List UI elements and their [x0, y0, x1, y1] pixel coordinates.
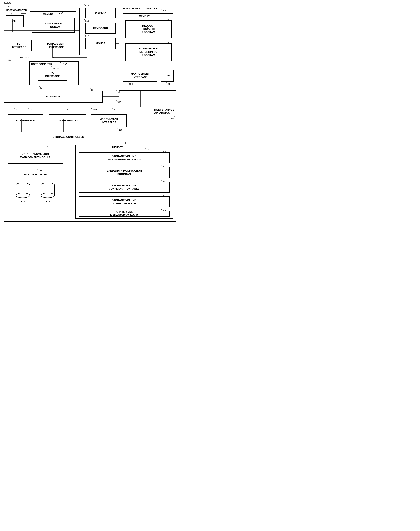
app-ref-arrow: ↗	[68, 15, 70, 18]
ref-30-2: 30	[40, 87, 42, 89]
data-transmission-label: DATA TRANSMISSIONMANAGEMENT MODULE	[20, 152, 51, 159]
ref-90-ds-arrow: ↗	[112, 107, 114, 109]
ref-123-arrow: ↗	[161, 164, 163, 167]
cpu-mgmt-box: CPU	[161, 70, 174, 82]
memory-mgmt-label: MEMORY	[139, 15, 150, 18]
ref-20-arrow: ↗	[90, 88, 91, 90]
mouse-box: MOUSE	[85, 38, 116, 49]
fc-interface-ds-box: FC INTERFACE	[8, 114, 43, 127]
fc-determining-box: FC INTERFACEDETERMININGPROGRAM	[125, 43, 172, 61]
cpu-1-box: CPU	[6, 15, 24, 27]
cache-memory-label: CACHE MEMORY	[57, 119, 78, 122]
management-interface-mgmt-box: MANAGEMENTINTERFACE	[123, 70, 157, 82]
ref-120-arrow: ↗	[145, 147, 146, 150]
ref-190: 190	[93, 108, 97, 111]
cache-memory-box: CACHE MEMORY	[48, 114, 86, 127]
data-storage-outer: DATA STORAGEAPPARATUS 100 ↗ 30 ↗ 150 ↗ 1…	[3, 107, 176, 222]
cylinder-2: 134	[39, 182, 57, 203]
ref-513: 513	[85, 20, 89, 22]
application-program-box: APPLICATIONPROGRAM	[32, 18, 75, 33]
ref-150: 150	[30, 108, 33, 111]
ref-90-1: 90	[118, 91, 120, 93]
host-computer-2-label: HOST COMPUTER	[31, 63, 52, 66]
ref-517: 517	[85, 35, 89, 37]
ref-590-arrow: ↗	[128, 81, 129, 84]
memory-1-label: MEMORY	[43, 13, 54, 15]
request-issuance-label: REQUESTISSUANCEPROGRAM	[142, 24, 155, 34]
ref-513-arrow: ↗	[84, 18, 85, 21]
storage-volume-mgmt-label: STORAGE VOLUMEMANAGEMENT PROGRAM	[108, 155, 141, 161]
ref-122-arrow: ↗	[161, 179, 163, 181]
ref-150-arrow: ↗	[28, 107, 30, 109]
ref-520: 520	[163, 10, 166, 12]
ref-100-arrow: ↗	[173, 116, 175, 118]
ref-160-arrow: ↗	[63, 107, 65, 109]
cylinder-1: 132	[14, 182, 32, 203]
memory-ds-outer: MEMORY 120 ↗ STORAGE VOLUMEMANAGEMENT PR…	[75, 145, 173, 219]
ref-515-arrow: ↗	[84, 3, 85, 6]
memory-1-outer: MEMORY 320 ↗ APPLICATIONPROGRAM 321 ↗	[30, 12, 76, 35]
fc-switch-box: FC SWITCH	[3, 91, 103, 103]
management-interface-mgmt-label: MANAGEMENTINTERFACE	[131, 72, 150, 79]
cpu-mgmt-label: CPU	[165, 74, 170, 77]
ref-521-arrow: ↗	[164, 17, 165, 20]
management-interface-ds-box: MANAGEMENTINTERFACE	[91, 114, 127, 127]
ref-122: 122	[163, 180, 166, 183]
storage-controller-label: STORAGE CONTROLLER	[53, 135, 84, 139]
ref-350-352: 350(352)	[52, 67, 61, 70]
cpu-1-label: CPU	[12, 20, 17, 23]
request-issuance-box: REQUESTISSUANCEPROGRAM	[125, 20, 172, 38]
host-computer-2-outer: HOST COMPUTER 300(302) ↗ FCINTERFACE 350…	[29, 61, 79, 85]
ref-126: 126	[163, 209, 166, 212]
ref-517-arrow: ↗	[84, 33, 85, 36]
ref-521: 521	[166, 19, 169, 21]
ref-500-arrow: ↗	[115, 100, 117, 102]
bandwidth-modification-box: BANDWIDTH MODIFICATIONPROGRAM	[79, 167, 170, 178]
storage-volume-mgmt-box: STORAGE VOLUMEMANAGEMENT PROGRAM	[79, 152, 170, 163]
hard-disk-drive-label: HARD DISK DRIVE	[24, 173, 47, 177]
ref-110: 110	[119, 129, 122, 131]
management-interface-ds-label: MANAGEMENTINTERFACE	[100, 118, 119, 124]
hdd1-ref: 132	[14, 200, 32, 203]
ref-30-2-arrow: ↗	[38, 85, 40, 88]
ref-523: 523	[166, 42, 169, 44]
display-box: DISPLAY	[85, 8, 116, 18]
cpu-1-ref-arrow: ↗	[11, 12, 13, 15]
ref-30-ds-arrow: ↗	[14, 107, 16, 109]
ref-523-arrow: ↗	[164, 40, 165, 43]
fc-switch-label: FC SWITCH	[46, 95, 60, 98]
ref-123: 123	[163, 165, 166, 168]
diagram: 300(301) ↗ HOST COMPUTER CPU 310 ↗ MEMOR…	[0, 0, 178, 226]
ref-30-1: 30	[8, 59, 11, 61]
ref-510-arrow: ↗	[165, 81, 167, 84]
ref-121: 121	[163, 151, 166, 153]
ref-160: 160	[65, 108, 69, 111]
fc-determining-label: FC INTERFACEDETERMININGPROGRAM	[139, 47, 158, 57]
fc-interface-mgmt-table-box: FC INTERFACEMANAGEMENT TABLE	[79, 211, 170, 217]
ref-130-arrow: ↗	[37, 169, 38, 171]
ref-124-arrow: ↗	[161, 193, 163, 196]
ref-350-352-arrow: ↗	[50, 66, 52, 68]
fc-interface-ds-label: FC INTERFACE	[16, 119, 35, 122]
ref-130: 130	[39, 170, 42, 172]
ref-300-302: 300(302)	[61, 62, 70, 65]
host-computer-1-outer: HOST COMPUTER CPU 310 ↗ MEMORY 320 ↗ APP…	[3, 8, 80, 55]
ref-510: 510	[167, 83, 170, 85]
storage-controller-box: STORAGE CONTROLLER	[8, 132, 129, 142]
ref-115-arrow: ↗	[46, 145, 48, 148]
ref-90-1-arrow: ↗	[115, 90, 117, 92]
ref-30-ds: 30	[16, 108, 18, 111]
mouse-label: MOUSE	[96, 42, 105, 45]
hard-disk-drive-box: HARD DISK DRIVE 132 134	[8, 172, 63, 207]
storage-volume-config-label: STORAGE VOLUMECONFIGURATION TABLE	[109, 184, 140, 191]
fc-interface-mgmt-table-label: FC INTERFACEMANAGEMENT TABLE	[110, 210, 138, 217]
keyboard-label: KEYBOARD	[93, 27, 108, 30]
ref-120: 120	[147, 148, 150, 151]
fc-interface-1-label: FCINTERFACE	[12, 42, 26, 49]
fc-interface-1-box: FCINTERFACE	[6, 40, 32, 51]
management-interface-1-box: MANAGEMENTINTERFACE	[37, 40, 76, 51]
keyboard-box: KEYBOARD	[85, 23, 116, 34]
ref-590: 590	[129, 83, 133, 85]
ref-126-arrow: ↗	[161, 208, 163, 211]
svg-point-5	[41, 193, 55, 198]
